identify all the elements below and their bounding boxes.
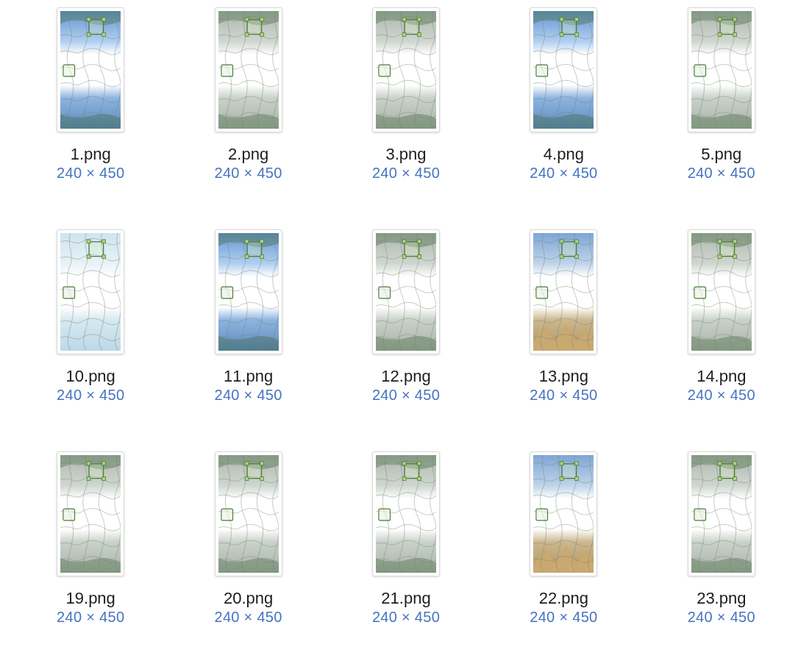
gallery-item[interactable]: 2.png240 × 450 (169, 7, 327, 225)
gallery-item[interactable]: 1.png240 × 450 (12, 7, 169, 225)
thumbnail[interactable] (530, 229, 597, 354)
svg-rect-26 (379, 65, 391, 76)
svg-rect-13 (245, 18, 249, 21)
thumbnail[interactable] (215, 7, 282, 132)
gallery-item[interactable]: 23.png240 × 450 (643, 451, 800, 669)
svg-rect-125 (536, 509, 548, 521)
svg-rect-22 (402, 18, 406, 21)
filename-label: 4.png (544, 146, 584, 163)
thumbnail[interactable] (57, 7, 124, 132)
svg-rect-16 (260, 33, 263, 37)
svg-rect-25 (418, 33, 421, 37)
svg-rect-62 (221, 287, 232, 299)
svg-rect-80 (536, 287, 548, 299)
thumbnail[interactable] (530, 451, 597, 576)
svg-rect-39 (720, 20, 735, 35)
thumbnail[interactable] (688, 451, 755, 576)
filename-label: 19.png (66, 590, 115, 607)
dimensions-label: 240 × 450 (530, 165, 597, 182)
gallery-item[interactable]: 21.png240 × 450 (327, 451, 485, 669)
svg-rect-85 (718, 240, 722, 243)
thumbnail[interactable] (372, 451, 440, 576)
svg-rect-70 (418, 255, 421, 259)
gallery-item[interactable]: 14.png240 × 450 (643, 229, 800, 447)
gallery-item[interactable]: 11.png240 × 450 (169, 229, 327, 447)
svg-rect-34 (575, 33, 579, 37)
svg-rect-12 (247, 20, 262, 35)
filename-label: 2.png (228, 146, 268, 163)
svg-rect-96 (87, 477, 90, 481)
svg-rect-68 (418, 240, 421, 243)
svg-rect-49 (87, 240, 90, 243)
svg-rect-124 (575, 477, 579, 481)
svg-rect-32 (575, 18, 579, 21)
svg-rect-66 (405, 242, 419, 257)
gallery-item[interactable]: 5.png240 × 450 (643, 7, 800, 225)
svg-rect-115 (418, 477, 421, 481)
gallery-item[interactable]: 13.png240 × 450 (485, 229, 642, 447)
dimensions-label: 240 × 450 (372, 387, 440, 404)
svg-rect-57 (247, 242, 262, 257)
thumbnail[interactable] (57, 451, 124, 576)
svg-rect-30 (562, 20, 577, 35)
dimensions-label: 240 × 450 (57, 609, 124, 626)
svg-rect-59 (260, 240, 263, 243)
dimensions-label: 240 × 450 (688, 609, 755, 626)
svg-rect-129 (720, 464, 735, 479)
svg-rect-43 (733, 33, 736, 37)
gallery-item[interactable]: 3.png240 × 450 (327, 7, 485, 225)
gallery-item[interactable]: 22.png240 × 450 (485, 451, 642, 669)
svg-rect-121 (560, 462, 564, 465)
filename-label: 11.png (224, 368, 273, 385)
svg-rect-134 (694, 509, 706, 521)
svg-rect-7 (102, 33, 106, 37)
svg-rect-86 (733, 240, 736, 243)
thumbnail[interactable] (688, 229, 755, 354)
svg-rect-78 (560, 255, 564, 259)
thumbnail[interactable] (215, 451, 282, 576)
dimensions-label: 240 × 450 (372, 165, 440, 182)
svg-rect-31 (560, 18, 564, 21)
svg-rect-60 (245, 255, 249, 259)
gallery-item[interactable]: 12.png240 × 450 (327, 229, 485, 447)
svg-rect-98 (63, 509, 75, 521)
filename-label: 13.png (539, 368, 588, 385)
gallery-item[interactable]: 19.png240 × 450 (12, 451, 169, 669)
thumbnail[interactable] (57, 229, 124, 354)
svg-rect-33 (560, 33, 564, 37)
svg-rect-105 (245, 477, 249, 481)
dimensions-label: 240 × 450 (688, 387, 755, 404)
svg-rect-77 (575, 240, 579, 243)
filename-label: 21.png (381, 590, 430, 607)
filename-label: 14.png (697, 368, 746, 385)
filename-label: 23.png (697, 590, 746, 607)
svg-rect-84 (720, 242, 735, 257)
thumbnail[interactable] (688, 7, 755, 132)
svg-rect-112 (402, 462, 406, 465)
svg-rect-95 (102, 462, 106, 465)
svg-rect-15 (245, 33, 249, 37)
svg-rect-75 (562, 242, 577, 257)
svg-rect-67 (402, 240, 406, 243)
svg-rect-40 (718, 18, 722, 21)
gallery-item[interactable]: 10.png240 × 450 (12, 229, 169, 447)
svg-rect-89 (694, 287, 706, 299)
dimensions-label: 240 × 450 (214, 165, 282, 182)
svg-rect-102 (247, 464, 262, 479)
svg-rect-113 (418, 462, 421, 465)
svg-rect-61 (260, 255, 263, 259)
svg-rect-71 (379, 287, 391, 299)
thumbnail[interactable] (530, 7, 597, 132)
dimensions-label: 240 × 450 (57, 165, 124, 182)
thumbnail[interactable] (372, 229, 440, 354)
thumbnail[interactable] (215, 229, 282, 354)
svg-rect-87 (718, 255, 722, 259)
gallery-item[interactable]: 20.png240 × 450 (169, 451, 327, 669)
filename-label: 22.png (539, 590, 588, 607)
svg-rect-116 (379, 509, 391, 521)
svg-rect-35 (536, 65, 548, 76)
filename-label: 3.png (385, 146, 426, 163)
gallery-item[interactable]: 4.png240 × 450 (485, 7, 642, 225)
thumbnail[interactable] (372, 7, 440, 132)
svg-rect-44 (694, 65, 706, 76)
